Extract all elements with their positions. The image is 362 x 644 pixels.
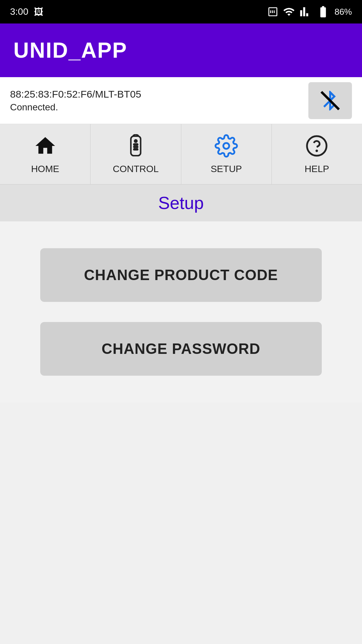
nfc-icon [267, 6, 278, 17]
app-title: UNID_APP [13, 38, 127, 63]
main-content: CHANGE PRODUCT CODE CHANGE PASSWORD [0, 221, 362, 402]
connection-info: 88:25:83:F0:52:F6/MLT-BT05 Connected. [10, 89, 141, 113]
tab-help[interactable]: HELP [272, 124, 362, 184]
bluetooth-disabled-icon [318, 89, 342, 112]
connection-row: 88:25:83:F0:52:F6/MLT-BT05 Connected. [0, 77, 362, 124]
signal-icon [300, 6, 312, 18]
section-header: Setup [0, 184, 362, 221]
time: 3:00 [10, 6, 28, 17]
battery-percent: 86% [335, 7, 352, 17]
tab-help-label: HELP [305, 164, 329, 174]
photo-icon: 🖼 [34, 6, 43, 17]
help-icon [305, 134, 328, 161]
section-title: Setup [158, 193, 204, 213]
svg-rect-3 [134, 144, 138, 145]
tab-setup[interactable]: SETUP [181, 124, 272, 184]
svg-point-2 [134, 140, 137, 142]
tab-home-label: HOME [31, 164, 59, 174]
device-id: 88:25:83:F0:52:F6/MLT-BT05 [10, 89, 141, 100]
tab-control-label: CONTROL [113, 164, 159, 174]
status-right: 86% [267, 5, 352, 18]
bluetooth-button[interactable] [308, 82, 352, 119]
svg-rect-4 [134, 146, 138, 147]
change-product-code-button[interactable]: CHANGE PRODUCT CODE [40, 248, 322, 302]
svg-rect-5 [134, 149, 138, 150]
nav-tabs: HOME CONTROL SETUP [0, 124, 362, 184]
tab-home[interactable]: HOME [0, 124, 90, 184]
change-password-button[interactable]: CHANGE PASSWORD [40, 322, 322, 376]
home-icon [34, 134, 57, 161]
status-left: 3:00 🖼 [10, 6, 43, 17]
connection-status: Connected. [10, 102, 141, 113]
status-bar: 3:00 🖼 86% [0, 0, 362, 23]
tab-control[interactable]: CONTROL [90, 124, 181, 184]
tab-setup-label: SETUP [210, 164, 242, 174]
setup-icon [215, 134, 238, 161]
app-header: UNID_APP [0, 23, 362, 77]
wifi-icon [283, 6, 295, 18]
control-icon [124, 134, 147, 161]
battery-icon [316, 5, 330, 18]
svg-point-6 [307, 136, 326, 155]
